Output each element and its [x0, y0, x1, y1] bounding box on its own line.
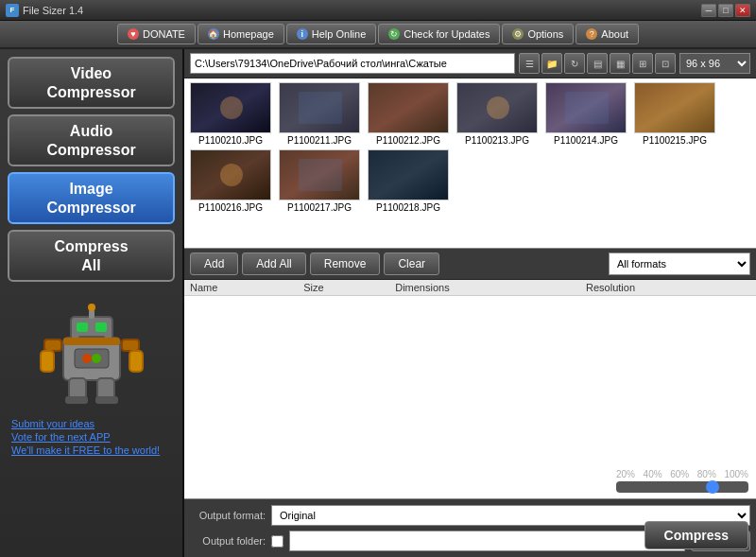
- help-icon: i: [297, 28, 308, 40]
- file-thumb-item[interactable]: P1100214.JPG: [543, 82, 628, 146]
- svg-rect-8: [129, 351, 143, 372]
- minimize-button[interactable]: ─: [701, 4, 716, 17]
- image-compressor-button[interactable]: ImageCompressor: [8, 172, 175, 224]
- quality-area: 20% 40% 60% 80% 100%: [616, 469, 748, 496]
- output-folder-input[interactable]: [289, 531, 685, 551]
- svg-point-20: [220, 96, 243, 119]
- col-size: Size: [298, 280, 389, 296]
- thumbnail-label: P1100218.JPG: [376, 202, 440, 213]
- close-button[interactable]: ✕: [735, 4, 750, 17]
- file-thumb-item[interactable]: P1100217.JPG: [277, 149, 362, 213]
- format-select[interactable]: All formats JPG PNG GIF BMP TIFF: [609, 252, 750, 275]
- thumbnail-image: [545, 82, 627, 133]
- svg-rect-28: [635, 82, 714, 133]
- options-label: Options: [527, 28, 563, 40]
- svg-rect-3: [95, 322, 107, 332]
- file-thumb-item[interactable]: P1100213.JPG: [455, 82, 540, 146]
- donate-button[interactable]: ♥ DONATE: [117, 24, 196, 44]
- svg-rect-23: [369, 82, 448, 133]
- svg-rect-27: [565, 92, 609, 124]
- maximize-button[interactable]: □: [718, 4, 733, 17]
- clear-button[interactable]: Clear: [384, 252, 439, 275]
- remove-button[interactable]: Remove: [310, 252, 381, 275]
- svg-rect-6: [41, 351, 54, 372]
- svg-point-17: [88, 304, 95, 311]
- thumbnail-label: P1100215.JPG: [643, 135, 707, 146]
- about-button[interactable]: ? About: [576, 24, 639, 44]
- help-label: Help Online: [312, 28, 366, 40]
- thumbnail-label: P1100213.JPG: [465, 135, 529, 146]
- col-resolution: Resolution: [580, 280, 756, 296]
- help-button[interactable]: i Help Online: [286, 24, 376, 44]
- svg-rect-22: [299, 92, 342, 124]
- add-all-button[interactable]: Add All: [242, 252, 305, 275]
- about-label: About: [601, 28, 628, 40]
- files-table: Name Size Dimensions Resolution: [184, 280, 756, 296]
- output-folder-label: Output folder:: [190, 535, 266, 547]
- path-view4-button[interactable]: ⊡: [655, 53, 676, 74]
- quality-40: 40%: [644, 469, 662, 479]
- file-thumb-item[interactable]: P1100218.JPG: [366, 149, 451, 213]
- compress-all-button[interactable]: CompressAll: [8, 230, 175, 282]
- quality-20: 20%: [616, 469, 635, 479]
- check-updates-button[interactable]: ↻ Check for Updates: [378, 24, 500, 44]
- compress-button-container: Compress: [644, 521, 748, 549]
- audio-compressor-button[interactable]: AudioCompressor: [8, 114, 175, 166]
- make-free-link[interactable]: We'll make it FREE to the world!: [11, 444, 171, 456]
- thumbnail-label: P1100212.JPG: [376, 135, 440, 146]
- svg-point-15: [92, 354, 101, 363]
- path-view1-button[interactable]: ▤: [587, 53, 608, 74]
- video-compressor-button[interactable]: VideoCompressor: [8, 57, 175, 109]
- compress-button[interactable]: Compress: [644, 521, 748, 549]
- vote-next-app-link[interactable]: Vote for the next APP: [11, 431, 171, 443]
- file-thumb-item[interactable]: P1100211.JPG: [277, 82, 362, 146]
- path-view3-button[interactable]: ⊞: [632, 53, 653, 74]
- options-button[interactable]: ⚙ Options: [502, 24, 574, 44]
- thumbnail-image: [368, 149, 449, 200]
- donate-label: DONATE: [143, 28, 185, 40]
- quality-100: 100%: [724, 469, 748, 479]
- svg-rect-7: [122, 339, 139, 351]
- zoom-select[interactable]: 96 x 96 64 x 64 128 x 128: [679, 53, 750, 74]
- action-bar: Add Add All Remove Clear All formats JPG…: [184, 249, 756, 280]
- file-thumb-item[interactable]: P1100216.JPG: [188, 149, 273, 213]
- donate-icon: ♥: [128, 28, 139, 40]
- output-folder-checkbox[interactable]: [271, 535, 284, 548]
- svg-rect-11: [97, 378, 114, 399]
- path-menu-button[interactable]: ☰: [519, 53, 540, 74]
- sidebar-links: Submit your ideas Vote for the next APP …: [8, 418, 175, 456]
- svg-point-25: [487, 96, 509, 119]
- path-input[interactable]: [190, 53, 515, 74]
- path-toolbar: ☰ 📁 ↻ ▤ ▦ ⊞ ⊡: [519, 53, 676, 74]
- col-name: Name: [184, 280, 298, 296]
- thumbnail-image: [279, 149, 360, 200]
- content-right: ☰ 📁 ↻ ▤ ▦ ⊞ ⊡ 96 x 96 64 x 64 128 x 128: [184, 49, 756, 557]
- file-browser[interactable]: P1100210.JPG P1100211.JPG: [184, 78, 756, 249]
- path-refresh-button[interactable]: ↻: [564, 53, 585, 74]
- update-icon: ↻: [388, 28, 400, 40]
- svg-rect-32: [299, 159, 342, 191]
- thumbnail-label: P1100214.JPG: [554, 135, 618, 146]
- submit-ideas-link[interactable]: Submit your ideas: [11, 418, 171, 429]
- nav-bar: ♥ DONATE 🏠 Homepage i Help Online ↻ Chec…: [0, 21, 756, 49]
- quality-slider[interactable]: [616, 481, 748, 493]
- homepage-button[interactable]: 🏠 Homepage: [198, 24, 284, 44]
- file-thumb-item[interactable]: P1100215.JPG: [632, 82, 717, 146]
- file-thumb-item[interactable]: P1100210.JPG: [188, 82, 273, 146]
- svg-point-30: [220, 164, 243, 186]
- home-icon: 🏠: [208, 28, 219, 40]
- svg-rect-12: [95, 396, 118, 404]
- thumbnail-label: P1100217.JPG: [287, 202, 352, 213]
- options-icon: ⚙: [512, 28, 524, 40]
- quality-labels: 20% 40% 60% 80% 100%: [616, 469, 748, 479]
- about-icon: ?: [586, 28, 597, 40]
- files-table-container[interactable]: Name Size Dimensions Resolution: [184, 280, 756, 499]
- add-button[interactable]: Add: [190, 252, 238, 275]
- svg-rect-18: [63, 338, 120, 345]
- path-folder-button[interactable]: 📁: [541, 53, 562, 74]
- file-thumb-item[interactable]: P1100212.JPG: [366, 82, 451, 146]
- svg-rect-9: [69, 378, 86, 399]
- check-updates-label: Check for Updates: [404, 28, 490, 40]
- quality-60: 60%: [670, 469, 689, 479]
- path-view2-button[interactable]: ▦: [610, 53, 630, 74]
